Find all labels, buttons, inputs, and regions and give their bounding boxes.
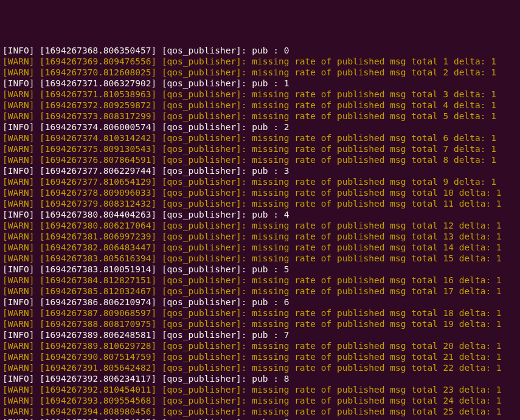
log-line: [WARN] [1694267384.812827151] [qos_publi… (2, 275, 518, 286)
log-line: [WARN] [1694267372.809259872] [qos_publi… (2, 100, 518, 111)
log-line: [WARN] [1694267393.809554568] [qos_publi… (2, 395, 518, 406)
log-line: [INFO] [1694267377.806229744] [qos_publi… (2, 165, 518, 176)
log-line: [WARN] [1694267387.809068597] [qos_publi… (2, 308, 518, 318)
log-line: [WARN] [1694267377.810654129] [qos_publi… (2, 176, 518, 187)
log-line: [INFO] [1694267389.806248581] [qos_publi… (2, 329, 518, 340)
log-line: [WARN] [1694267378.809096033] [qos_publi… (2, 187, 518, 198)
log-line: [INFO] [1694267380.804404263] [qos_publi… (2, 209, 518, 220)
log-line: [INFO] [1694267395.806154985] [qos_publi… (2, 417, 518, 420)
log-line: [WARN] [1694267371.810538963] [qos_publi… (2, 89, 518, 100)
log-line: [WARN] [1694267369.809476556] [qos_publi… (2, 56, 518, 67)
log-line: [WARN] [1694267379.808312432] [qos_publi… (2, 198, 518, 209)
log-line: [INFO] [1694267386.806210974] [qos_publi… (2, 297, 518, 308)
log-line: [INFO] [1694267383.810051914] [qos_publi… (2, 264, 518, 275)
log-line: [INFO] [1694267374.806000574] [qos_publi… (2, 122, 518, 133)
log-line: [WARN] [1694267376.807864591] [qos_publi… (2, 154, 518, 165)
log-line: [WARN] [1694267392.810454011] [qos_publi… (2, 384, 518, 395)
log-line: [WARN] [1694267370.812608025] [qos_publi… (2, 67, 518, 78)
log-line: [WARN] [1694267390.807514759] [qos_publi… (2, 351, 518, 362)
log-line: [WARN] [1694267383.805616394] [qos_publi… (2, 253, 518, 264)
log-line: [INFO] [1694267371.806327902] [qos_publi… (2, 78, 518, 89)
log-line: [WARN] [1694267380.806217064] [qos_publi… (2, 220, 518, 231)
log-line: [INFO] [1694267368.806350457] [qos_publi… (2, 45, 518, 56)
log-line: [WARN] [1694267373.808317299] [qos_publi… (2, 111, 518, 122)
log-line: [WARN] [1694267388.808170975] [qos_publi… (2, 318, 518, 329)
log-line: [WARN] [1694267394.808980456] [qos_publi… (2, 406, 518, 417)
log-line: [WARN] [1694267389.810629728] [qos_publi… (2, 340, 518, 351)
log-line: [WARN] [1694267381.806997239] [qos_publi… (2, 231, 518, 242)
log-line: [WARN] [1694267374.810314242] [qos_publi… (2, 133, 518, 143)
log-line: [WARN] [1694267385.812032467] [qos_publi… (2, 286, 518, 297)
log-line: [WARN] [1694267382.806483447] [qos_publi… (2, 242, 518, 253)
log-line: [WARN] [1694267375.809130543] [qos_publi… (2, 143, 518, 154)
log-line: [WARN] [1694267391.805642482] [qos_publi… (2, 362, 518, 373)
terminal-output[interactable]: [INFO] [1694267368.806350457] [qos_publi… (2, 45, 518, 420)
log-line: [INFO] [1694267392.806234117] [qos_publi… (2, 373, 518, 384)
